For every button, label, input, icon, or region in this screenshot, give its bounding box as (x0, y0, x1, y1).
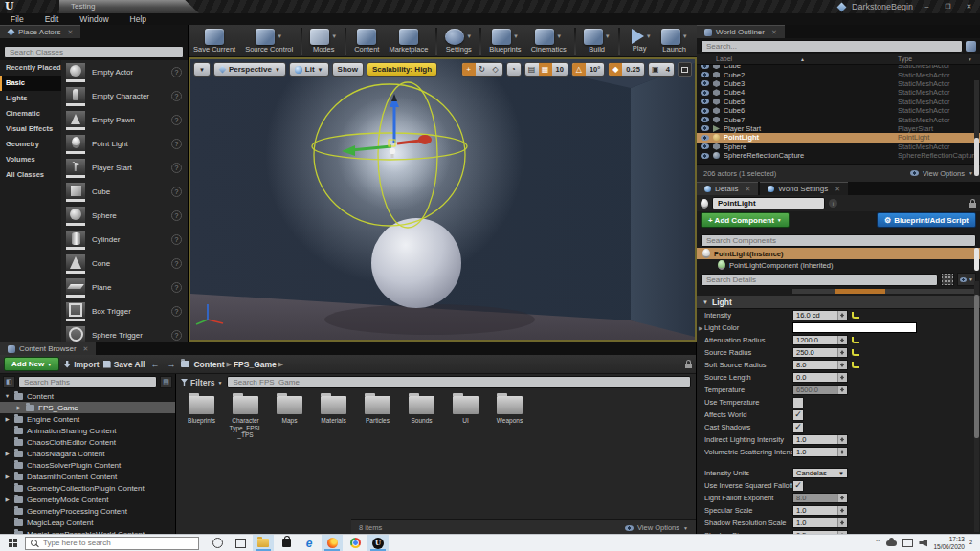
asset-folder-sounds[interactable]: Sounds (404, 396, 439, 439)
checkbox[interactable]: ✓ (792, 397, 804, 408)
tab-place-actors[interactable]: Place Actors✕ (0, 25, 80, 38)
visibility-eye-icon[interactable] (701, 143, 709, 149)
dropdown-select[interactable]: Candelas▼ (792, 468, 848, 478)
grid-snap-icon[interactable]: ▦ (539, 63, 552, 76)
add-new-button[interactable]: Add New▼ (4, 357, 59, 371)
place-actor-cone[interactable]: Cone? (61, 252, 188, 276)
toolbar-cinematics[interactable]: ▼Cinematics (526, 28, 571, 55)
details-view-options[interactable]: ▼ (957, 273, 976, 286)
place-actor-sphere[interactable]: Sphere? (61, 204, 188, 228)
property-value-field[interactable]: 250.0 (792, 347, 848, 358)
unreal-icon[interactable]: U (368, 535, 389, 551)
checkbox[interactable]: ✓ (792, 409, 804, 421)
menu-window[interactable]: Window (69, 13, 119, 25)
outliner-row-cube7[interactable]: Cube7StaticMeshActor (697, 115, 980, 123)
scale-snap-icon[interactable]: ◆ (609, 63, 622, 76)
spinner-icon[interactable] (837, 506, 847, 515)
tab-world-outliner[interactable]: World Outliner✕ (697, 25, 785, 38)
onedrive-icon[interactable] (886, 540, 897, 546)
close-tab-icon[interactable]: ✕ (67, 29, 73, 36)
source-animationsharing-content[interactable]: AnimationSharing Content (0, 425, 175, 436)
visibility-eye-icon[interactable] (701, 117, 709, 122)
chevron-down-icon[interactable]: ▼ (466, 33, 472, 39)
outliner-row-pointlight[interactable]: PointLightPointLight (697, 133, 980, 142)
category-recently-placed[interactable]: Recently Placed (0, 60, 61, 76)
source-geometryprocessing-content[interactable]: GeometryProcessing Content (0, 505, 175, 517)
close-tab-icon[interactable]: ✕ (771, 29, 777, 36)
move-icon[interactable]: + (462, 63, 476, 76)
source-datasmithcontent-content[interactable]: ▶DatasmithContent Content (0, 471, 175, 482)
expander-icon[interactable]: ▼ (4, 393, 11, 399)
place-actor-empty-actor[interactable]: Empty Actor? (61, 60, 188, 84)
details-scroll-thumb[interactable] (974, 295, 979, 438)
column-label[interactable]: Label (697, 55, 732, 62)
firefox-icon[interactable] (322, 535, 343, 551)
chevron-down-icon[interactable]: ▼ (277, 33, 282, 39)
tab-details[interactable]: Details✕ (697, 182, 758, 195)
revert-icon[interactable] (852, 349, 859, 356)
source-chaossolverplugin-content[interactable]: ChaosSolverPlugin Content (0, 459, 175, 471)
spinner-icon[interactable] (837, 311, 847, 320)
color-swatch[interactable] (792, 322, 917, 333)
menu-file[interactable]: File (0, 13, 34, 25)
expander-icon[interactable]: ▶ (4, 496, 11, 502)
category-all-classes[interactable]: All Classes (0, 167, 61, 183)
property-value-field[interactable]: 1200.0 (792, 335, 848, 345)
blueprint-add-script-button[interactable]: ⚙ Blueprint/Add Script (877, 212, 976, 228)
restore-button[interactable]: ❐ (941, 1, 955, 12)
tab-content-browser[interactable]: Content Browser✕ (0, 342, 96, 355)
tab-world-settings[interactable]: World Settings✕ (760, 182, 848, 195)
visibility-eye-icon[interactable] (701, 99, 709, 104)
details-hscrollbar[interactable] (792, 289, 974, 294)
taskbar-search[interactable] (25, 537, 199, 550)
source-chaosclotheditor-content[interactable]: ChaosClothEditor Content (0, 436, 175, 448)
rotation-snap-icon[interactable]: △ (572, 63, 586, 76)
property-value-field[interactable]: 1.0 (792, 518, 848, 528)
property-matrix-icon[interactable] (941, 273, 954, 286)
file-explorer-icon[interactable] (253, 535, 274, 551)
level-viewport[interactable]: ▼Perspective▼Lit▼ShowScalability: High+↻… (189, 57, 697, 342)
snap-value[interactable]: 4 (662, 63, 674, 76)
outliner-row-sphere[interactable]: SphereStaticMeshActor (697, 143, 980, 151)
outliner-filter-icon[interactable] (966, 41, 976, 52)
source-chaosniagara-content[interactable]: ▶ChaosNiagara Content (0, 448, 175, 459)
place-actor-point-light[interactable]: Point Light? (61, 132, 188, 156)
visibility-eye-icon[interactable] (701, 65, 709, 69)
property-value-field[interactable]: 1.0 (792, 447, 848, 457)
place-actor-player-start[interactable]: Player Start? (61, 156, 188, 180)
asset-folder-blueprints[interactable]: Blueprints (184, 396, 219, 439)
taskbar-search-input[interactable] (41, 538, 193, 548)
checkbox[interactable]: ✓ (792, 422, 804, 433)
category-visual-effects[interactable]: Visual Effects (0, 121, 61, 137)
visibility-eye-icon[interactable] (701, 125, 709, 131)
menu-edit[interactable]: Edit (34, 13, 70, 25)
task-view-icon[interactable] (230, 535, 251, 551)
toolbar-play[interactable]: ▼Play (623, 28, 657, 54)
viewport-options-button[interactable]: ▼ (193, 62, 211, 77)
place-actor-cube[interactable]: Cube? (61, 180, 188, 204)
place-actor-sphere-trigger[interactable]: Sphere Trigger? (61, 323, 188, 342)
revert-icon[interactable] (852, 337, 859, 343)
toolbar-content[interactable]: Content (349, 28, 384, 55)
outliner-row-cube5[interactable]: Cube5StaticMeshActor (697, 98, 980, 106)
add-component-button[interactable]: + Add Component▼ (701, 212, 790, 228)
category-geometry[interactable]: Geometry (0, 137, 61, 152)
toolbar-source-control[interactable]: ▼Source Control (240, 28, 298, 55)
search-components-input[interactable] (701, 234, 976, 247)
expander-icon[interactable]: ▶ (4, 416, 11, 422)
search-assets-input[interactable] (227, 376, 691, 388)
world-icon[interactable]: ◔ (507, 63, 521, 76)
property-value-field[interactable]: 8.0 (792, 360, 848, 370)
spinner-icon[interactable] (837, 494, 847, 502)
expander-icon[interactable]: ▶ (4, 474, 11, 479)
chevron-down-icon[interactable]: ▼ (646, 33, 652, 39)
spinner-icon[interactable] (837, 435, 847, 444)
asset-folder-weapons[interactable]: Weapons (492, 396, 527, 439)
revert-icon[interactable] (852, 312, 859, 319)
toolbar-modes[interactable]: ▼Modes (305, 28, 342, 55)
property-value-field[interactable]: 1.0 (792, 434, 848, 445)
search-classes-input[interactable] (4, 46, 184, 58)
start-button[interactable] (9, 539, 17, 547)
property-value-field[interactable]: 0.0 (792, 372, 848, 383)
outliner-search-input[interactable] (701, 40, 963, 53)
